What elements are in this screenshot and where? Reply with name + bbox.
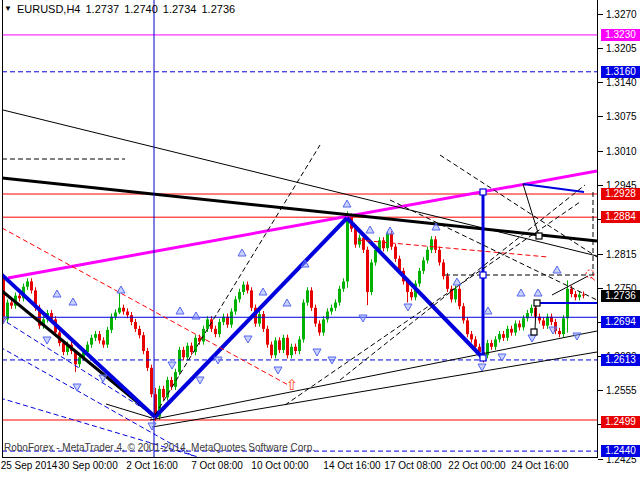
candle [346,217,349,282]
trendline [358,240,548,257]
candle [458,289,461,306]
fractal-down-icon [73,384,81,391]
candle [514,324,517,333]
fractal-up-icon [238,249,246,256]
object-handle[interactable] [480,189,486,195]
chart-canvas[interactable]: ⇧ [0,0,640,480]
candle [442,262,445,276]
candle [558,331,561,334]
collapse-chart-icon[interactable]: ▼ [4,5,12,13]
candle [390,234,393,247]
object-handle[interactable] [536,233,542,239]
candle [522,318,525,327]
fractal-up-icon [386,227,394,234]
fractal-down-icon [244,336,252,343]
price-level-badge: 1.3230 [601,29,640,41]
fractal-up-icon [283,299,291,306]
time-axis-border [2,457,598,458]
candle [230,311,233,324]
candle [90,338,93,345]
candle [10,303,13,306]
ohlc-high: 1.2740 [124,3,158,15]
price-tick-mark [598,116,603,117]
candle [462,306,465,320]
fractal-up-icon [192,312,200,319]
chart-left-border [2,0,3,458]
trendline [591,277,600,285]
fractal-up-icon [517,289,525,296]
fractal-down-icon [274,367,282,374]
candle [366,250,369,292]
fractal-down-icon [214,357,222,364]
candle [26,281,29,286]
candle [166,380,169,397]
candle [518,324,521,328]
price-tick-mark [598,254,603,255]
fractal-up-icon [259,288,267,295]
platform-copyright: RoboForex - MetaTrader 4, © 2001-2014, M… [4,442,315,453]
fractal-down-icon [196,377,204,384]
trendline [523,184,584,192]
fractal-down-icon [313,349,321,356]
object-handle[interactable] [534,300,540,306]
candle [282,338,285,350]
candle [434,239,437,250]
time-axis-label: 14 Oct 16:00 [323,460,380,471]
candle [106,330,109,345]
candle [62,343,65,352]
fractal-up-icon [484,307,492,314]
price-level-badge: 1.3160 [601,66,640,78]
candle [426,250,429,261]
fractal-down-icon [528,335,536,342]
candle [302,303,305,340]
candle [338,289,341,303]
candle [574,294,577,297]
price-level-badge: 1.2694 [601,316,640,328]
fractal-up-icon [534,289,542,296]
candle [190,346,193,352]
trendline [340,185,585,380]
candle [386,234,389,248]
fractal-up-icon [553,266,561,273]
candle [322,319,325,332]
candle [242,285,245,292]
candle [18,296,21,299]
fractal-up-icon [69,298,77,305]
candle [238,292,241,299]
object-handle[interactable] [480,355,486,361]
candle [494,339,497,346]
object-handle[interactable] [531,329,537,335]
trendline [0,273,155,417]
candle [362,238,365,250]
price-level-badge: 1.2884 [601,211,640,223]
price-level-badge: 1.2499 [601,416,640,428]
candle [186,346,189,358]
candle [318,324,321,333]
candle [290,347,293,355]
candle [122,308,125,312]
time-axis-label: 2 Oct 16:00 [126,460,178,471]
candle [430,239,433,250]
symbol-period-label: EURUSD,H4 [17,3,81,15]
candle [446,276,449,289]
object-handle[interactable] [480,272,486,278]
price-tick-label: 1.3140 [606,77,637,88]
candle [134,322,137,329]
time-axis-label: 30 Sep 00:00 [58,460,118,471]
candle [118,308,121,313]
candle [474,339,477,346]
candle [306,290,309,302]
candle [278,340,281,349]
candle [142,335,145,351]
candle [234,299,237,311]
candle [490,343,493,347]
candle [294,347,297,351]
candle [98,334,101,340]
candle [78,357,81,364]
trendline [3,110,597,256]
price-level-badge: 1.2736 [601,290,640,302]
candle [582,295,585,296]
fractal-up-icon [176,307,184,314]
candle [270,345,273,356]
trendline [390,200,597,300]
